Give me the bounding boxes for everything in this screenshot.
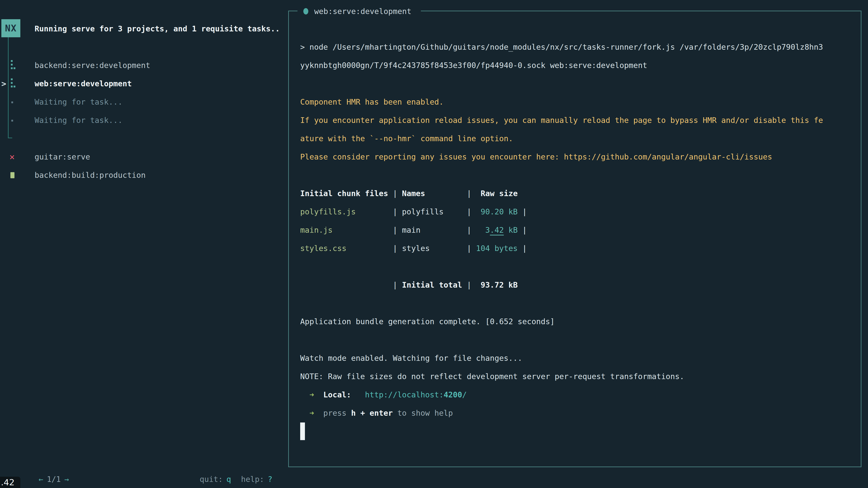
- terminal-text: 3: [485, 225, 490, 234]
- terminal-text: ➜: [300, 390, 323, 399]
- terminal-text: polyfills.js: [300, 207, 356, 216]
- failed-cross-icon: ✕: [9, 148, 15, 166]
- sidebar-item-waiting-task-2[interactable]: Waiting for task...: [0, 111, 287, 129]
- terminal-line: [300, 258, 858, 276]
- nx-tui-screen: NX Running serve for 3 projects, and 1 r…: [0, 0, 868, 488]
- quit-hint-label: quit:: [199, 475, 223, 484]
- panel-header: web:serve:development: [298, 5, 421, 18]
- terminal-text: Local:: [323, 390, 351, 399]
- terminal-text: |: [518, 207, 527, 216]
- terminal-text: .42: [490, 225, 504, 234]
- sidebar-item-guitar-serve[interactable]: ✕guitar:serve: [0, 148, 287, 166]
- terminal-text: to show help: [393, 409, 453, 418]
- selection-cursor-icon: >: [1, 74, 6, 93]
- page-indicator: 1/1: [43, 475, 64, 484]
- terminal-text: 90.20 kB: [480, 207, 518, 216]
- local-url-link[interactable]: 4200: [444, 390, 462, 399]
- terminal-text: Please consider reporting any issues you…: [300, 152, 772, 161]
- terminal-line: [300, 166, 858, 184]
- terminal-line: [300, 422, 858, 441]
- terminal-text: |: [388, 189, 402, 198]
- sidebar-item-backend-build-production[interactable]: backend:build:production: [0, 166, 287, 184]
- local-url-link[interactable]: http://localhost:: [365, 390, 444, 399]
- terminal-text: |: [462, 281, 480, 289]
- terminal-text: 104 bytes: [476, 244, 518, 253]
- prev-page-arrow-icon[interactable]: ←: [39, 475, 43, 484]
- terminal-text: Initial total: [402, 281, 462, 289]
- terminal-text: |: [300, 281, 402, 289]
- panel-title: web:serve:development: [314, 5, 411, 18]
- terminal-line: polyfills.js | polyfills | 90.20 kB |: [300, 203, 858, 221]
- keyboard-hints: quit:qhelp:?: [0, 461, 272, 473]
- terminal-text: Watch mode enabled. Watching for file ch…: [300, 354, 522, 363]
- terminal-text: h + enter: [351, 409, 393, 418]
- terminal-text: main.js: [300, 225, 333, 234]
- terminal-line: [300, 294, 858, 313]
- terminal-line: main.js | main | 3.42 kB |: [300, 221, 858, 239]
- terminal-text: | polyfills |: [356, 207, 481, 216]
- task-label: web:serve:development: [35, 74, 132, 93]
- waiting-dot-icon: [10, 111, 16, 129]
- sidebar-item-backend-serve-development[interactable]: backend:serve:development: [0, 56, 287, 74]
- terminal-line: [300, 74, 858, 93]
- task-list: backend:serve:development>web:serve:deve…: [0, 56, 287, 184]
- terminal-text: styles.css: [300, 244, 346, 253]
- task-label: backend:build:production: [35, 166, 146, 184]
- terminal-cursor: [300, 422, 305, 440]
- sidebar-item-waiting-task-1[interactable]: Waiting for task...: [0, 93, 287, 111]
- terminal-line: yyknnbtgh0000gn/T/9f4c243785f8453e3f00/f…: [300, 56, 858, 74]
- next-page-arrow-icon[interactable]: →: [64, 475, 69, 484]
- terminal-output[interactable]: > node /Users/mhartington/Github/guitars…: [300, 38, 858, 441]
- terminal-text: 93.72 kB: [480, 281, 518, 289]
- terminal-line: If you encounter application reload issu…: [300, 111, 858, 129]
- terminal-text: yyknnbtgh0000gn/T/9f4c243785f8453e3f00/f…: [300, 61, 647, 70]
- terminal-text: Names: [402, 189, 425, 198]
- terminal-text: Application bundle generation complete. …: [300, 317, 555, 326]
- terminal-text: Initial chunk files: [300, 189, 388, 198]
- terminal-line: styles.css | styles | 104 bytes |: [300, 239, 858, 258]
- terminal-line: > node /Users/mhartington/Github/guitars…: [300, 38, 858, 56]
- terminal-line: | Initial total | 93.72 kB: [300, 276, 858, 294]
- waiting-dot-icon: [10, 93, 16, 111]
- terminal-line: ature with the `--no-hmr` command line o…: [300, 129, 858, 148]
- terminal-line: Watch mode enabled. Watching for file ch…: [300, 349, 858, 367]
- status-dot-icon: [303, 8, 308, 14]
- terminal-text: ➜: [300, 409, 323, 418]
- page-title: Running serve for 3 projects, and 1 requ…: [35, 20, 280, 38]
- terminal-text: NOTE: Raw file sizes do not reflect deve…: [300, 372, 684, 381]
- terminal-line: NOTE: Raw file sizes do not reflect deve…: [300, 367, 858, 386]
- sidebar-item-web-serve-development[interactable]: >web:serve:development: [0, 74, 287, 93]
- terminal-text: If you encounter application reload issu…: [300, 116, 823, 125]
- terminal-text: Component HMR has been enabled.: [300, 97, 444, 106]
- terminal-text: ature with the `--no-hmr` command line o…: [300, 134, 513, 143]
- terminal-text: | main |: [333, 225, 485, 234]
- task-label: backend:serve:development: [35, 56, 150, 74]
- task-output-panel: web:serve:development > node /Users/mhar…: [288, 11, 862, 467]
- terminal-text: [351, 390, 365, 399]
- terminal-line: Please consider reporting any issues you…: [300, 148, 858, 166]
- terminal-line: Component HMR has been enabled.: [300, 93, 858, 111]
- task-label: guitar:serve: [35, 148, 90, 166]
- task-list-spacer: [0, 129, 287, 148]
- quit-hint-key: q: [226, 475, 231, 484]
- task-label: Waiting for task...: [35, 93, 123, 111]
- terminal-line: Application bundle generation complete. …: [300, 313, 858, 331]
- terminal-text: > node /Users/mhartington/Github/guitars…: [300, 42, 823, 52]
- terminal-text: |: [425, 189, 481, 198]
- terminal-line: Initial chunk files | Names | Raw size: [300, 184, 858, 203]
- terminal-line: ➜ press h + enter to show help: [300, 404, 858, 422]
- task-label: Waiting for task...: [35, 111, 123, 129]
- terminal-text: kB: [504, 225, 518, 234]
- help-hint-key: ?: [268, 475, 272, 484]
- help-hint-label: help:: [241, 475, 264, 484]
- cached-square-icon: [10, 166, 16, 184]
- local-url-link[interactable]: /: [462, 390, 467, 399]
- terminal-text: press: [323, 409, 351, 418]
- terminal-line: ➜ Local: http://localhost:4200/: [300, 386, 858, 404]
- corner-overlay: .42: [0, 477, 20, 488]
- terminal-line: [300, 331, 858, 349]
- terminal-text: Raw size: [480, 189, 518, 198]
- spinner-icon: [10, 74, 16, 93]
- terminal-text: |: [518, 225, 527, 234]
- terminal-text: |: [518, 244, 527, 253]
